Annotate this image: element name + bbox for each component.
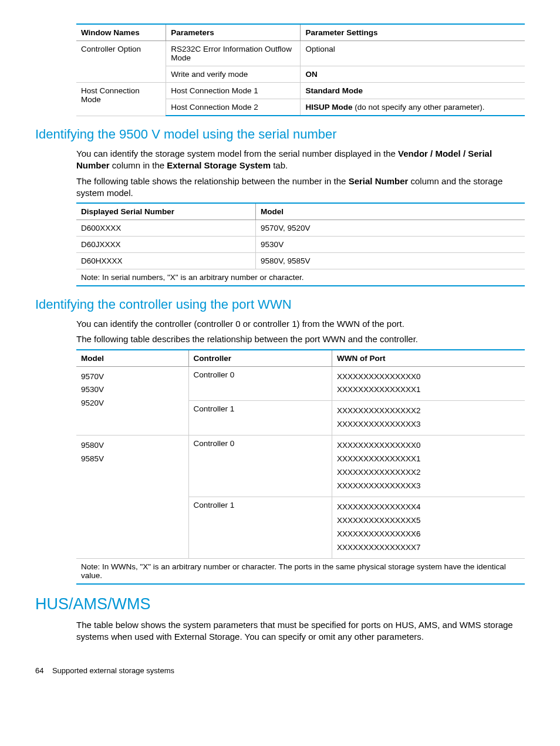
cell: 9580V 9585V — [76, 436, 188, 559]
cell: Controller 0 — [188, 366, 332, 401]
col-header: Window Names — [76, 24, 166, 41]
cell: D600XXXX — [76, 220, 256, 237]
cell: XXXXXXXXXXXXXXX0 XXXXXXXXXXXXXXX1 XXXXXX… — [332, 436, 525, 497]
cell: D60HXXXX — [76, 253, 256, 269]
paragraph: You can identify the storage system mode… — [76, 148, 525, 172]
cell: Controller 0 — [188, 436, 332, 497]
cell: Standard Mode — [301, 83, 525, 99]
cell: XXXXXXXXXXXXXXX0 XXXXXXXXXXXXXXX1 — [332, 366, 525, 401]
cell: Optional — [301, 41, 525, 66]
col-header: Controller — [188, 350, 332, 367]
col-header: WWN of Port — [332, 350, 525, 367]
cell: 9570V, 9520V — [256, 220, 525, 237]
cell: HISUP Mode (do not specify any other par… — [301, 99, 525, 116]
table-row: D60JXXXX 9530V — [76, 237, 525, 253]
section-heading: Identifying the 9500 V model using the s… — [35, 127, 525, 142]
col-header: Displayed Serial Number — [76, 203, 256, 220]
col-header: Model — [76, 350, 188, 367]
table-row: Note: In serial numbers, "X" is an arbit… — [76, 269, 525, 286]
cell: Host Connection Mode 1 — [166, 83, 301, 99]
paragraph: The table below shows the system paramet… — [76, 619, 525, 643]
page-number: 64 — [35, 666, 43, 675]
paragraph: The following table describes the relati… — [76, 333, 525, 345]
table-row: D60HXXXX 9580V, 9585V — [76, 253, 525, 269]
cell: 9580V, 9585V — [256, 253, 525, 269]
cell: Controller Option — [76, 41, 166, 83]
footer-title: Supported external storage systems — [52, 666, 174, 675]
col-header: Parameter Settings — [301, 24, 525, 41]
cell: Host Connection Mode — [76, 83, 166, 116]
serial-number-table: Displayed Serial Number Model D600XXXX 9… — [76, 202, 525, 286]
col-header: Model — [256, 203, 525, 220]
cell: 9570V 9530V 9520V — [76, 366, 188, 436]
table-note: Note: In WWNs, "X" is an arbitrary numbe… — [76, 558, 525, 584]
wwn-table: Model Controller WWN of Port 9570V 9530V… — [76, 349, 525, 585]
table-row: Host Connection Mode Host Connection Mod… — [76, 83, 525, 99]
table-row: Note: In WWNs, "X" is an arbitrary numbe… — [76, 558, 525, 584]
section-heading: Identifying the controller using the por… — [35, 297, 525, 312]
cell: D60JXXXX — [76, 237, 256, 253]
paragraph: You can identify the controller (control… — [76, 318, 525, 330]
cell: XXXXXXXXXXXXXXX4 XXXXXXXXXXXXXXX5 XXXXXX… — [332, 497, 525, 559]
cell: Controller 1 — [188, 401, 332, 436]
cell: XXXXXXXXXXXXXXX2 XXXXXXXXXXXXXXX3 — [332, 401, 525, 436]
table-row: D600XXXX 9570V, 9520V — [76, 220, 525, 237]
paragraph: The following table shows the relationsh… — [76, 175, 525, 200]
section-heading: HUS/AMS/WMS — [35, 595, 525, 613]
table-row: Controller Option RS232C Error Informati… — [76, 41, 525, 66]
page-footer: 64 Supported external storage systems — [35, 666, 525, 675]
cell: Controller 1 — [188, 497, 332, 559]
table-row: 9570V 9530V 9520V Controller 0 XXXXXXXXX… — [76, 366, 525, 401]
cell: RS232C Error Information Outflow Mode — [166, 41, 301, 66]
cell: Host Connection Mode 2 — [166, 99, 301, 116]
cell: Write and verify mode — [166, 66, 301, 83]
parameters-table: Window Names Parameters Parameter Settin… — [76, 23, 525, 116]
table-note: Note: In serial numbers, "X" is an arbit… — [76, 269, 525, 286]
cell: 9530V — [256, 237, 525, 253]
col-header: Parameters — [166, 24, 301, 41]
table-row: 9580V 9585V Controller 0 XXXXXXXXXXXXXXX… — [76, 436, 525, 497]
cell: ON — [301, 66, 525, 83]
